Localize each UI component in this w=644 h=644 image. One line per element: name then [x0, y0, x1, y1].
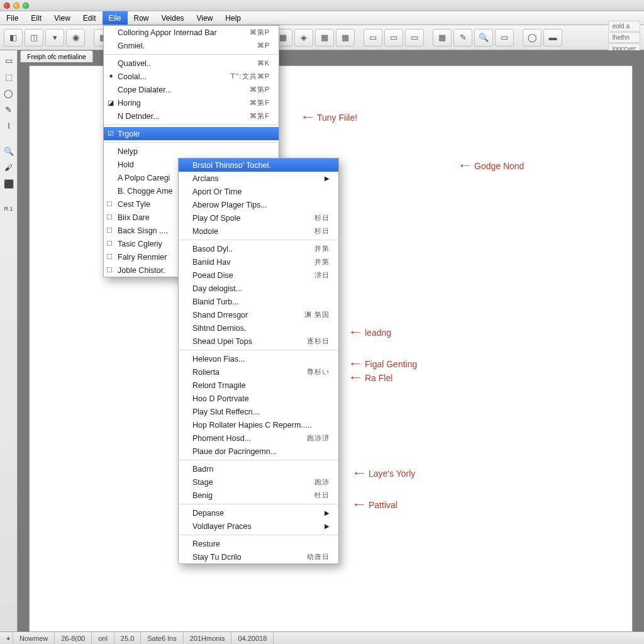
- statusbar-field: 201Hmonis: [184, 632, 232, 644]
- annotation-arrow-icon: ←: [457, 159, 472, 172]
- menu-item-label: Coolal...: [118, 72, 147, 81]
- menu-item[interactable]: Sihtnd Dernios,: [179, 321, 338, 335]
- menu-item[interactable]: Badrn: [179, 462, 338, 475]
- annotation-callout: ←Ra Flel: [350, 371, 392, 384]
- toolbar-button[interactable]: ▭: [495, 29, 514, 47]
- menu-item[interactable]: Hop Rollater Hapies C Reperm.....: [179, 418, 338, 431]
- menu-item[interactable]: Poead Dise汫日: [179, 269, 338, 282]
- menu-item[interactable]: Plaue dor Pacringemn...: [179, 445, 338, 458]
- statusbar-field: 26-8(00: [55, 632, 92, 644]
- menu-item[interactable]: ☑Trgole: [104, 127, 279, 140]
- menu-item[interactable]: Benig牡日: [179, 489, 338, 502]
- menu-item[interactable]: Blanid Turb...: [179, 295, 338, 308]
- tool-button[interactable]: ▭: [3, 54, 15, 67]
- tool-button[interactable]: ✎: [3, 103, 15, 116]
- document-tab[interactable]: Freiph ofc metlialine: [20, 50, 93, 62]
- menu-item[interactable]: Resture: [179, 537, 338, 550]
- menu-item[interactable]: ◪Horing⌘第F: [104, 96, 279, 109]
- tool-button[interactable]: ⬛: [3, 177, 15, 190]
- toolbar-button[interactable]: 🔍: [474, 29, 493, 47]
- menu-item-label: Relord Trnagile: [192, 381, 246, 390]
- menu-item[interactable]: Voldlayer Praces▶: [179, 519, 338, 533]
- menu-item-shortcut: ⌘K: [243, 59, 270, 67]
- menu-item[interactable]: Shead Upei Tops逐杉日: [179, 335, 338, 348]
- toolbar-button[interactable]: ▦: [315, 29, 334, 47]
- menu-veides[interactable]: Veides: [155, 11, 191, 25]
- menu-item[interactable]: Day delogist...: [179, 282, 338, 295]
- tool-button[interactable]: 🖌: [3, 161, 15, 174]
- menu-eile[interactable]: Eile: [103, 11, 128, 25]
- toolbar-button[interactable]: ◯: [523, 29, 541, 47]
- toolbar-button[interactable]: ▭: [384, 29, 403, 47]
- menu-item[interactable]: Cope Dialater...⌘第P: [104, 83, 279, 96]
- menu-item-label: Basod Dyl..: [192, 245, 233, 253]
- menu-item-label: Play Of Spole: [192, 214, 240, 223]
- menu-view[interactable]: View: [48, 11, 77, 25]
- zoom-window-button[interactable]: [23, 3, 29, 9]
- menu-item[interactable]: N Detnder...⌘第F: [104, 109, 279, 123]
- tool-button[interactable]: R.1: [3, 203, 15, 215]
- menu-item[interactable]: Aport Or Tirne: [179, 185, 338, 198]
- menu-item-shortcut: 杉日: [301, 213, 330, 223]
- menu-item[interactable]: Aberow Plager Tips...: [179, 198, 338, 211]
- menu-item-label: Rolierta: [192, 368, 219, 377]
- menu-item[interactable]: Rolierta尊杉い: [179, 365, 338, 379]
- tool-button[interactable]: ⌇: [3, 119, 15, 132]
- menu-item[interactable]: Baniid Hav井第: [179, 255, 338, 269]
- toolbar-button[interactable]: ◉: [66, 29, 85, 47]
- menu-edit[interactable]: Edit: [77, 11, 103, 25]
- menu-item[interactable]: Stage跑涉: [179, 475, 338, 489]
- menu-eilt[interactable]: Eilt: [25, 11, 48, 25]
- tool-button[interactable]: 🔍: [3, 145, 15, 157]
- menu-item-label: Stay Tu Dcrilo: [192, 553, 242, 562]
- toolbar-button[interactable]: ▦: [433, 29, 452, 47]
- toolbar-button[interactable]: ▦: [336, 29, 355, 47]
- menu-item-shortcut: 逐杉日: [293, 336, 330, 346]
- menu-item-label: Modole: [192, 227, 218, 236]
- statusbar-add-button[interactable]: +: [0, 632, 13, 644]
- menu-item-label: Resture: [192, 540, 220, 548]
- menu-item[interactable]: Play Of Spole杉日: [179, 211, 338, 225]
- menu-item[interactable]: Shand Drresgor渊 第国: [179, 308, 338, 321]
- statusbar-field: Nowmew: [13, 632, 55, 644]
- toolbar-button[interactable]: ◈: [294, 29, 313, 47]
- menu-row[interactable]: Row: [128, 11, 155, 25]
- minimize-window-button[interactable]: [13, 3, 19, 9]
- annotation-arrow-icon: ←: [347, 371, 363, 384]
- tool-button[interactable]: ◯: [3, 87, 15, 99]
- menu-item[interactable]: Phoment Hosd...跑涉汫: [179, 431, 338, 445]
- menu-item[interactable]: Nelyp: [104, 145, 279, 158]
- menu-item-shortcut: 渊 第国: [291, 310, 330, 319]
- menu-item-label: Baniid Hav: [192, 258, 230, 267]
- toolbar-button[interactable]: ✎: [453, 29, 472, 47]
- toolbar-button[interactable]: ▭: [405, 29, 424, 47]
- menu-item[interactable]: Quativel..⌘K: [104, 57, 279, 70]
- menu-item-shortcut: ⌘P: [243, 42, 270, 50]
- menu-item[interactable]: Gnmiel.⌘P: [104, 39, 279, 52]
- menu-item[interactable]: Play Slut Reffecn...: [179, 405, 338, 418]
- menu-help[interactable]: Help: [219, 11, 247, 25]
- menu-item-label: Joble Chistor.: [118, 266, 165, 275]
- toolbar-button[interactable]: ◧: [4, 29, 23, 47]
- menu-item[interactable]: Arclans▶: [179, 172, 338, 185]
- close-window-button[interactable]: [4, 3, 10, 9]
- menu-item[interactable]: Relord Trnagile: [179, 379, 338, 392]
- toolbar-button[interactable]: ▭: [364, 29, 382, 47]
- menu-item[interactable]: Stay Tu Dcrilo幼唐日: [179, 550, 338, 564]
- toolbar-button[interactable]: ◫: [25, 29, 43, 47]
- tool-button[interactable]: ⬚: [3, 70, 15, 83]
- menu-item-label: Benig: [192, 491, 213, 500]
- menu-file[interactable]: File: [0, 11, 25, 25]
- menu-item[interactable]: Colloring Appor Internad Bar⌘第P: [104, 26, 279, 39]
- toolbar-button[interactable]: ▬: [543, 29, 562, 47]
- menu-item[interactable]: Basod Dyl..井第: [179, 242, 338, 255]
- menu-item[interactable]: ✦Coolal...T'':文共⌘P: [104, 70, 279, 83]
- menu-item[interactable]: Brstol Thinnso' Tochel.: [179, 158, 338, 172]
- toolbar-button[interactable]: ▾: [45, 29, 64, 47]
- menu-item[interactable]: Hoo D Portrvate: [179, 392, 338, 405]
- menu-view[interactable]: View: [191, 11, 219, 25]
- menu-item[interactable]: Depanse▶: [179, 506, 338, 519]
- menu-item-label: Play Slut Reffecn...: [192, 408, 259, 416]
- menu-item[interactable]: Modole杉日: [179, 225, 338, 238]
- menu-item[interactable]: Helevon Fias...: [179, 352, 338, 365]
